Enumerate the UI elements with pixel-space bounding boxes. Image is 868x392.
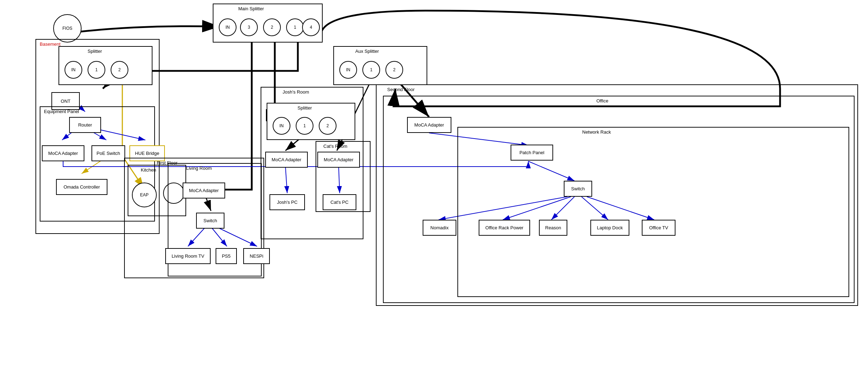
main-4: 4: [302, 18, 320, 36]
office-tv-node: Office TV: [642, 220, 675, 236]
basement-splitter-box: Splitter IN 1 2: [59, 46, 152, 85]
aux-splitter-box: Aux Splitter IN 1 2: [333, 46, 427, 85]
main-splitter-box: Main Splitter IN 3 2 1 4: [213, 4, 323, 43]
joshs-splitter-label: Splitter: [297, 105, 312, 111]
nomadix-node: Nomadix: [423, 220, 456, 236]
living-tv-node: Living Room TV: [165, 248, 211, 264]
basement-in: IN: [65, 61, 82, 79]
main-2: 2: [263, 18, 281, 36]
main-3: 3: [240, 18, 258, 36]
ps5-node: PS5: [216, 248, 237, 264]
moca-living-node: MoCA Adapter: [183, 183, 225, 198]
aux-2: 2: [385, 61, 403, 79]
aux-1: 1: [362, 61, 380, 79]
main-in: IN: [219, 18, 237, 36]
omada-node: Omada Controller: [56, 179, 107, 195]
basement-splitter-label: Splitter: [88, 49, 102, 54]
moca-cats-node: MoCA Adapter: [317, 152, 360, 168]
office-label: Office: [596, 98, 608, 103]
main-1: 1: [286, 18, 304, 36]
basement-2: 2: [111, 61, 128, 79]
aux-in: IN: [339, 61, 357, 79]
aux-splitter-label: Aux Splitter: [355, 49, 379, 54]
switch-office-node: Switch: [564, 181, 592, 197]
poe-switch-node: PoE Switch: [91, 145, 125, 161]
reason-node: Reason: [539, 220, 567, 236]
router-node: Router: [69, 117, 101, 133]
living-room-label: Living Room: [186, 166, 212, 171]
moca-joshs-node: MoCA Adapter: [265, 152, 308, 168]
cats-pc-node: Cat's PC: [323, 194, 356, 210]
fios-label: FIOS: [62, 26, 72, 31]
laptop-dock-node: Laptop Dock: [590, 220, 629, 236]
moca-office-node: MoCA Adapter: [407, 117, 451, 133]
joshs-room-label: Josh's Room: [283, 89, 309, 95]
cats-room-label: Cat's Room: [323, 144, 347, 149]
network-rack-label: Network Rack: [582, 129, 611, 135]
main-splitter-label: Main Splitter: [238, 6, 264, 11]
basement-1: 1: [88, 61, 105, 79]
joshs-2: 2: [319, 117, 336, 135]
eap-node: EAP: [132, 183, 157, 207]
joshs-splitter-box: Splitter IN 1 2: [267, 103, 355, 140]
fios-node: FIOS: [53, 14, 82, 43]
nespi-node: NESPi: [243, 248, 270, 264]
switch-living-node: Switch: [196, 213, 224, 229]
office-rack-power-node: Office Rack Power: [479, 220, 530, 236]
second-floor-label: Second Floor: [387, 87, 414, 92]
kitchen-label: Kitchen: [141, 167, 156, 173]
diagram: FIOS Main Splitter IN 3 2 1 4 Aux Splitt…: [0, 0, 868, 392]
basement-label: Basement: [40, 41, 61, 47]
joshs-1: 1: [296, 117, 313, 135]
patch-panel-node: Patch Panel: [511, 145, 553, 161]
equipment-panel-label: Equipment Panel: [44, 109, 79, 114]
joshs-pc-node: Josh's PC: [269, 194, 305, 210]
joshs-in: IN: [273, 117, 290, 135]
moca-basement-node: MoCA Adapter: [42, 145, 84, 161]
